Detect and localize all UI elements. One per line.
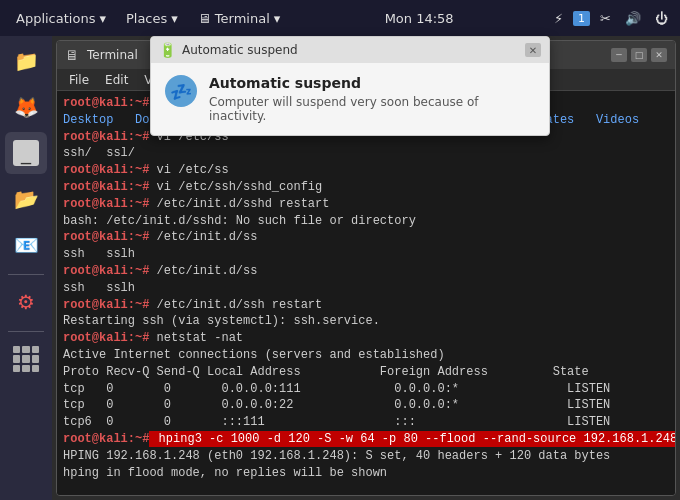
terminal-line: bash: /etc/init.d/sshd: No such file or … bbox=[63, 213, 669, 230]
sidebar: 📁 🦊 _ 📂 📧 ⚙ bbox=[0, 36, 52, 500]
terminal-line: Active Internet connections (servers and… bbox=[63, 347, 669, 364]
sidebar-item-firefox[interactable]: 🦊 bbox=[5, 86, 47, 128]
suspend-power-icon: 💤 bbox=[170, 81, 192, 102]
terminal-menu[interactable]: 🖥 Terminal ▾ bbox=[190, 7, 288, 30]
suspend-text-area: Automatic suspend Computer will suspend … bbox=[209, 75, 535, 123]
places-label: Places bbox=[126, 11, 167, 26]
suspend-popup: 🔋 Automatic suspend ✕ 💤 Automatic suspen… bbox=[150, 36, 550, 136]
suspend-title-icon: 🔋 bbox=[159, 42, 176, 58]
terminal-line: ssh sslh bbox=[63, 280, 669, 297]
terminal-title-icon: 🖥 bbox=[65, 47, 79, 63]
terminal-line: root@kali:~# netstat -nat bbox=[63, 330, 669, 347]
workspace-badge[interactable]: 1 bbox=[573, 11, 590, 26]
terminal-line: HPING 192.168.1.248 (eth0 192.168.1.248)… bbox=[63, 448, 669, 465]
applications-arrow: ▾ bbox=[99, 11, 106, 26]
suspend-titlebar: 🔋 Automatic suspend ✕ bbox=[151, 37, 549, 63]
window-minimize-button[interactable]: ─ bbox=[611, 48, 627, 62]
sidebar-separator bbox=[8, 274, 44, 275]
sidebar-apps-grid-button[interactable] bbox=[5, 338, 47, 380]
suspend-close-button[interactable]: ✕ bbox=[525, 43, 541, 57]
terminal-content[interactable]: root@kali:~# lsDesktop Documents Downloa… bbox=[57, 91, 675, 495]
network-icon: ⚡ bbox=[550, 9, 567, 28]
taskbar: Applications ▾ Places ▾ 🖥 Terminal ▾ Mon… bbox=[0, 0, 680, 36]
terminal-icon: _ bbox=[13, 140, 39, 166]
power-icon[interactable]: ⏻ bbox=[651, 9, 672, 28]
terminal-line: tcp 0 0 0.0.0.0:111 0.0.0.0:* LISTEN bbox=[63, 381, 669, 398]
thunar-icon: 📂 bbox=[14, 187, 39, 211]
taskbar-time: Mon 14:58 bbox=[385, 11, 454, 26]
applications-label: Applications bbox=[16, 11, 95, 26]
sidebar-item-thunar[interactable]: 📂 bbox=[5, 178, 47, 220]
terminal-taskbar-arrow: ▾ bbox=[274, 11, 281, 26]
terminal-line: ssh/ ssl/ bbox=[63, 145, 669, 162]
terminal-line: hping in flood mode, no replies will be … bbox=[63, 465, 669, 482]
firefox-icon: 🦊 bbox=[14, 95, 39, 119]
menu-edit[interactable]: Edit bbox=[99, 71, 134, 89]
sidebar-item-terminal[interactable]: _ bbox=[5, 132, 47, 174]
terminal-line: tcp6 0 0 :::111 ::: LISTEN bbox=[63, 414, 669, 431]
suspend-body: 💤 Automatic suspend Computer will suspen… bbox=[151, 63, 549, 135]
terminal-line: root@kali:~# /etc/init.d/sshd restart bbox=[63, 196, 669, 213]
window-controls: ─ □ ✕ bbox=[611, 48, 667, 62]
terminal-line: root@kali:~# vi /etc/ss bbox=[63, 162, 669, 179]
window-close-button[interactable]: ✕ bbox=[651, 48, 667, 62]
mail-icon: 📧 bbox=[14, 233, 39, 257]
sidebar-separator-2 bbox=[8, 331, 44, 332]
places-menu[interactable]: Places ▾ bbox=[118, 7, 186, 30]
sidebar-item-burp[interactable]: ⚙ bbox=[5, 281, 47, 323]
terminal-line: tcp 0 0 0.0.0.0:22 0.0.0.0:* LISTEN bbox=[63, 397, 669, 414]
terminal-line: root@kali:~# /etc/init.d/ss bbox=[63, 229, 669, 246]
terminal-taskbar-label: Terminal bbox=[215, 11, 270, 26]
applications-menu[interactable]: Applications ▾ bbox=[8, 7, 114, 30]
suspend-heading: Automatic suspend bbox=[209, 75, 535, 91]
terminal-line: root@kali:~# /etc/init.d/ssh restart bbox=[63, 297, 669, 314]
sidebar-item-files[interactable]: 📁 bbox=[5, 40, 47, 82]
burp-icon: ⚙ bbox=[17, 290, 35, 314]
screenshot-icon: ✂ bbox=[596, 9, 615, 28]
terminal-taskbar-icon: 🖥 bbox=[198, 11, 211, 26]
volume-icon[interactable]: 🔊 bbox=[621, 9, 645, 28]
suspend-description: Computer will suspend very soon because … bbox=[209, 95, 535, 123]
terminal-line: Proto Recv-Q Send-Q Local Address Foreig… bbox=[63, 364, 669, 381]
apps-grid-icon bbox=[5, 338, 47, 380]
taskbar-center: Mon 14:58 bbox=[292, 11, 546, 26]
terminal-line: root@kali:~# hping3 -c 1000 -d 120 -S -w… bbox=[63, 431, 669, 448]
terminal-line: root@kali:~# /etc/init.d/ss bbox=[63, 263, 669, 280]
taskbar-right: ⚡ 1 ✂ 🔊 ⏻ bbox=[550, 9, 672, 28]
menu-file[interactable]: File bbox=[63, 71, 95, 89]
window-maximize-button[interactable]: □ bbox=[631, 48, 647, 62]
folder-icon: 📁 bbox=[14, 49, 39, 73]
terminal-line: Restarting ssh (via systemctl): ssh.serv… bbox=[63, 313, 669, 330]
sidebar-item-mail[interactable]: 📧 bbox=[5, 224, 47, 266]
places-arrow: ▾ bbox=[171, 11, 178, 26]
terminal-line: ssh sslh bbox=[63, 246, 669, 263]
suspend-icon-wrap: 💤 bbox=[165, 75, 197, 107]
suspend-title-text: Automatic suspend bbox=[182, 43, 519, 57]
terminal-line: root@kali:~# vi /etc/ssh/sshd_config bbox=[63, 179, 669, 196]
